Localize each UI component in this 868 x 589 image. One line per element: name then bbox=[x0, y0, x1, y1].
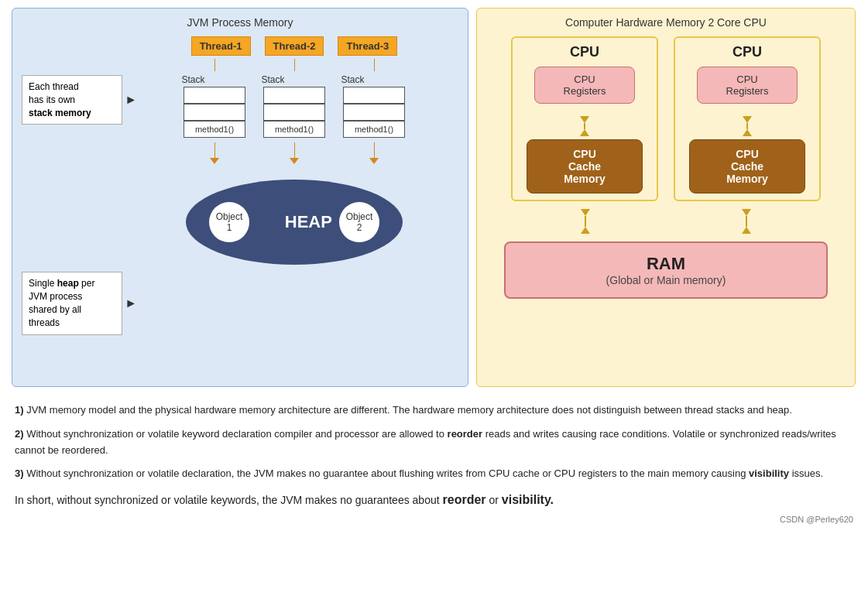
stacks-area: Stack method1() Stack method1() bbox=[130, 74, 458, 138]
desc-3-bold: 3) bbox=[15, 467, 24, 479]
cpu-2-title: CPU bbox=[732, 44, 762, 60]
cache-ram-arrow-2 bbox=[742, 209, 751, 234]
desc-1-bold: 1) bbox=[15, 404, 24, 416]
desc-3-text-after: issues. bbox=[792, 467, 823, 479]
heap-label: HEAP bbox=[285, 212, 332, 232]
ram-box: RAM (Global or Main memory) bbox=[504, 241, 828, 299]
annotations: Each threadhas its ownstack memory ► Sin… bbox=[22, 36, 122, 335]
jvm-inner: Each threadhas its ownstack memory ► Sin… bbox=[22, 36, 458, 335]
cpu-box-2: CPU CPURegisters CPUCacheMemory bbox=[674, 36, 821, 201]
annotation-arrow-2: ► bbox=[125, 295, 137, 312]
ram-subtitle: (Global or Main memory) bbox=[516, 274, 815, 286]
stack-annotation: Each threadhas its ownstack memory ► bbox=[22, 75, 122, 125]
desc-2-reorder: reorder bbox=[448, 428, 483, 440]
stack-frame-2b bbox=[263, 104, 325, 121]
cpus-row: CPU CPURegisters CPUCacheMemory CPU CPUR… bbox=[486, 36, 846, 201]
stack-frame-1b bbox=[184, 104, 245, 121]
stack-method-3: method1() bbox=[343, 121, 405, 138]
threads-area: Thread-1 Thread-2 Thread-3 St bbox=[122, 36, 458, 335]
cpu-box-1: CPU CPURegisters CPUCacheMemory bbox=[511, 36, 658, 201]
stack-label-1: Stack bbox=[182, 74, 205, 85]
hw-section: Computer Hardware Memory 2 Core CPU CPU … bbox=[476, 8, 856, 387]
desc-last: In short, without synchronized or volati… bbox=[15, 490, 853, 510]
descriptions: 1) JVM memory model and the physical har… bbox=[12, 396, 856, 532]
stack-col-1: Stack method1() bbox=[182, 74, 248, 138]
heap-ellipse: Object1 HEAP Object2 bbox=[186, 180, 403, 265]
jvm-section: JVM Process Memory Each threadhas its ow… bbox=[12, 8, 468, 387]
stack-col-2: Stack method1() bbox=[262, 74, 328, 138]
desc-3-text-before: Without synchronization or volatile decl… bbox=[26, 467, 749, 479]
stack-frame-3b bbox=[343, 104, 405, 121]
desc-2-text-before: Without synchronization or volatile keyw… bbox=[26, 428, 447, 440]
last-line-or: or bbox=[489, 494, 501, 506]
cache-ram-arrow-1 bbox=[581, 209, 590, 234]
credit: CSDN @Perley620 bbox=[15, 513, 853, 527]
main-diagram: JVM Process Memory Each threadhas its ow… bbox=[12, 8, 856, 387]
stack-frame-2a bbox=[263, 87, 325, 104]
stack-frame-3a bbox=[343, 87, 405, 104]
heap-annotation: Single heap perJVM processshared by allt… bbox=[22, 272, 122, 334]
thread-1-box: Thread-1 bbox=[191, 36, 251, 56]
cpu-1-cache: CPUCacheMemory bbox=[527, 139, 643, 193]
hw-title: Computer Hardware Memory 2 Core CPU bbox=[486, 16, 846, 29]
last-line-visibility: visibility. bbox=[502, 493, 554, 506]
thread-2-box: Thread-2 bbox=[265, 36, 324, 56]
desc-3: 3) Without synchronization or volatile d… bbox=[15, 466, 853, 482]
heap-area: Object1 HEAP Object2 bbox=[130, 180, 458, 265]
stack-col-3: Stack method1() bbox=[341, 74, 407, 138]
jvm-title: JVM Process Memory bbox=[22, 16, 458, 29]
desc-2: 2) Without synchronization or volatile k… bbox=[15, 426, 853, 459]
arrow-reg-to-cache-2 bbox=[743, 116, 752, 136]
cpu-2-cache: CPUCacheMemory bbox=[689, 139, 805, 193]
cpu-1-title: CPU bbox=[570, 44, 599, 60]
stack-label-2: Stack bbox=[262, 74, 285, 85]
desc-3-visibility: visibility bbox=[749, 467, 789, 479]
thread-3-box: Thread-3 bbox=[338, 36, 397, 56]
stack-frame-1a bbox=[184, 87, 245, 104]
stack-label-3: Stack bbox=[341, 74, 365, 85]
stack-method-1: method1() bbox=[184, 121, 245, 138]
cpu-1-registers: CPURegisters bbox=[534, 67, 635, 104]
arrow-reg-to-cache-1 bbox=[580, 116, 589, 136]
desc-2-bold: 2) bbox=[15, 428, 24, 440]
arrows-between-cache-ram bbox=[504, 209, 828, 234]
stack-method-2: method1() bbox=[263, 121, 325, 138]
object-2: Object2 bbox=[339, 202, 379, 242]
last-line-reorder: reorder bbox=[443, 493, 486, 506]
last-line-before: In short, without synchronized or volati… bbox=[15, 494, 443, 506]
desc-1: 1) JVM memory model and the physical har… bbox=[15, 402, 853, 419]
ram-title: RAM bbox=[516, 254, 815, 274]
thread-boxes: Thread-1 Thread-2 Thread-3 bbox=[130, 36, 458, 56]
object-1: Object1 bbox=[209, 202, 249, 242]
cpu-2-registers: CPURegisters bbox=[697, 67, 798, 104]
annotation-arrow-1: ► bbox=[125, 91, 137, 108]
desc-1-text: JVM memory model and the physical hardwa… bbox=[26, 404, 792, 416]
